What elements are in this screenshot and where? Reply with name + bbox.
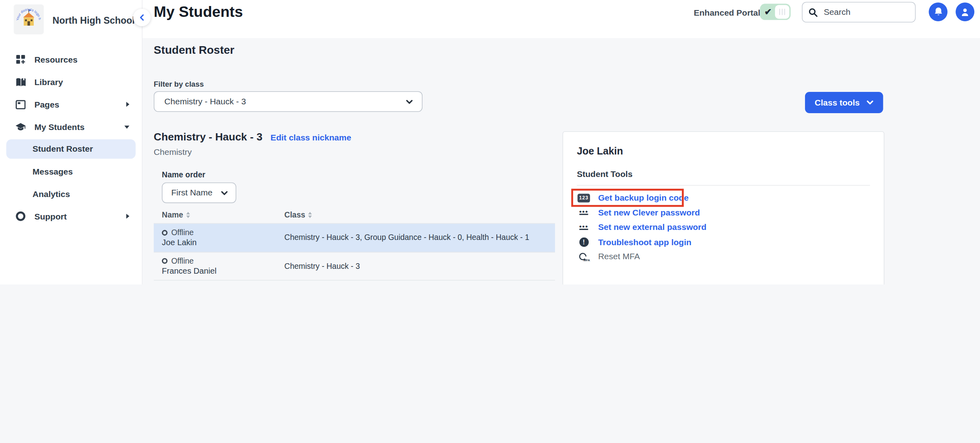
student-tools-title: Student Tools [577,169,870,179]
class-subtitle: Chemistry [154,148,192,157]
code-123-icon: 123 [577,193,590,202]
class-heading: Chemistry - Hauck - 3 [154,131,262,144]
column-header-class[interactable]: Class [285,210,312,219]
offline-status-icon [162,258,167,264]
chevron-down-icon [406,99,413,104]
status-label: Offline [171,257,194,266]
student-name: Frances Daniel [162,266,284,275]
sidebar-item-label: Support [35,211,67,221]
chevron-right-icon [126,214,130,219]
sidebar: Your district's logo here North High Sch… [0,0,142,284]
student-tools-list: 123 Get backup login code ••• Set new Cl… [577,191,870,264]
column-header-name[interactable]: Name [154,210,284,219]
chevron-down-icon [866,100,874,105]
account-button[interactable] [956,2,974,21]
tool-troubleshoot-app-login[interactable]: ! Troubleshoot app login [577,235,870,250]
status-label: Offline [171,228,194,237]
edit-class-nickname-link[interactable]: Edit class nickname [270,133,351,142]
library-book-icon [15,77,26,86]
chevron-left-icon [139,14,145,21]
student-classes: Chemistry - Hauck - 3, Group Guidance - … [285,233,555,242]
student-roster-table: Name Class Offline Joe Lakin Chemistry -… [154,206,555,284]
offline-status-icon [162,230,167,236]
enhanced-portal-label: Enhanced Portal [694,8,760,17]
class-filter-value: Chemistry - Hauck - 3 [165,97,406,106]
checkmark-icon: ✔ [764,8,772,16]
chevron-down-icon [221,190,228,195]
student-name: Joe Lakin [162,238,284,247]
chevron-right-icon [126,102,130,107]
name-order-select[interactable]: First Name [162,183,236,203]
tool-set-external-password[interactable]: ••• Set new external password [577,220,870,235]
sort-icon [186,211,190,218]
filter-by-class-label: Filter by class [154,80,204,89]
reset-mfa-icon: MFA [578,252,590,262]
sidebar-item-messages[interactable]: Messages [0,160,142,183]
sidebar-item-library[interactable]: Library [0,71,142,93]
chevron-down-icon [124,125,129,128]
student-information-title: Student Information [577,283,870,284]
search-box [802,2,915,22]
graduation-cap-icon [15,122,26,131]
page-title: My Students [154,3,243,21]
sidebar-item-my-students[interactable]: My Students [0,116,142,138]
sidebar-nav: Resources Library Pages My Students [0,48,142,228]
user-icon [961,7,970,16]
district-logo: Your district's logo here [14,4,44,35]
notifications-button[interactable] [929,2,947,21]
search-input[interactable] [823,7,909,17]
class-heading-row: Chemistry - Hauck - 3 Edit class nicknam… [154,131,351,144]
sidebar-item-label: Library [35,77,63,86]
resources-grid-icon [15,54,26,64]
bell-icon [933,7,943,17]
sidebar-item-label: Pages [35,100,59,109]
top-header: My Students Enhanced Portal ✔ [142,0,980,38]
section-title: Student Roster [154,44,234,57]
sidebar-item-analytics[interactable]: Analytics [0,183,142,205]
toggle-knob [775,5,789,18]
tool-get-backup-login-code[interactable]: 123 Get backup login code [577,191,870,205]
tool-reset-mfa[interactable]: MFA Reset MFA [577,249,870,264]
tool-set-clever-password[interactable]: ••• Set new Clever password [577,205,870,220]
sidebar-item-label: My Students [35,122,85,131]
sidebar-item-resources[interactable]: Resources [0,48,142,71]
enhanced-portal-toggle[interactable]: ✔ [760,4,791,20]
name-order-label: Name order [162,171,205,179]
school-name: North High School [53,15,135,25]
sidebar-item-label: Student Roster [33,144,93,154]
class-filter-select[interactable]: Chemistry - Hauck - 3 [154,91,423,112]
password-dots-icon: ••• [579,225,588,230]
student-detail-panel: Joe Lakin Student Tools 123 Get backup l… [563,131,884,284]
support-lifering-icon [15,211,26,221]
sidebar-item-label: Resources [35,55,78,64]
table-row[interactable]: Offline Joe Lakin Chemistry - Hauck - 3,… [154,224,555,252]
divider [577,185,870,186]
sidebar-item-support[interactable]: Support [0,205,142,228]
alert-circle-icon: ! [579,237,588,246]
district-logo-image: Your district's logo here [14,4,44,35]
sort-icon [308,211,312,218]
sidebar-item-pages[interactable]: Pages [0,93,142,116]
name-order-value: First Name [171,188,221,197]
sidebar-item-label: Analytics [33,189,70,198]
student-classes: Chemistry - Hauck - 3 [285,262,555,270]
pages-icon [15,100,26,109]
table-row[interactable]: Offline Frances Daniel Chemistry - Hauck… [154,252,555,280]
table-row[interactable]: Offline William Koelpin Chemistry - Hauc… [154,280,555,284]
sidebar-item-label: Messages [33,167,73,176]
app-window: Your district's logo here North High Sch… [0,0,980,284]
panel-student-name: Joe Lakin [577,146,870,157]
password-dots-icon: ••• [579,210,588,215]
class-tools-label: Class tools [815,98,860,107]
sidebar-item-student-roster[interactable]: Student Roster [6,139,136,159]
search-icon [809,8,817,16]
sidebar-collapse-button[interactable] [133,9,151,26]
table-header-row: Name Class [154,206,555,224]
class-tools-button[interactable]: Class tools [805,92,883,113]
